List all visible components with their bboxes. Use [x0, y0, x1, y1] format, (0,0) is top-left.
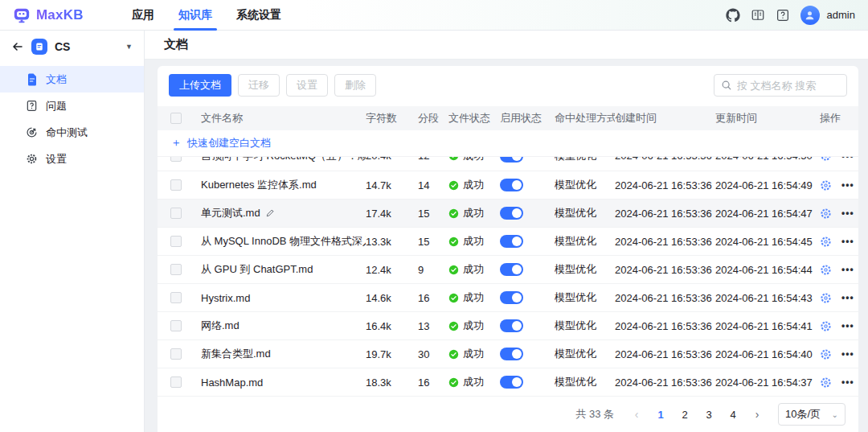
- page-size-select[interactable]: 10条/页 ⌄: [778, 403, 845, 426]
- enable-toggle[interactable]: [500, 179, 523, 191]
- enable-toggle[interactable]: [500, 348, 523, 360]
- file-name[interactable]: 单元测试.md: [201, 206, 260, 220]
- search-box[interactable]: [714, 74, 847, 97]
- table-row[interactable]: Kubernetes 监控体系.md 14.7k 14 成功 模型优化 2024…: [158, 171, 858, 200]
- file-name[interactable]: Kubernetes 监控体系.md: [201, 178, 317, 192]
- docs-book-icon[interactable]: [751, 8, 765, 23]
- row-checkbox[interactable]: [170, 320, 182, 331]
- enable-toggle[interactable]: [500, 235, 523, 248]
- row-checkbox[interactable]: [170, 179, 182, 191]
- row-checkbox[interactable]: [170, 264, 182, 275]
- quick-create-document[interactable]: ＋ 快速创建空白文档: [158, 130, 858, 157]
- success-check-icon: [448, 208, 459, 219]
- search-input[interactable]: [737, 80, 840, 92]
- enable-toggle[interactable]: [500, 376, 523, 389]
- file-name[interactable]: Hystrix.md: [201, 292, 250, 304]
- sidebar-item-documents[interactable]: 文档: [0, 66, 144, 93]
- generate-settings-icon[interactable]: [820, 236, 832, 248]
- status-label: 成功: [463, 206, 484, 220]
- generate-settings-icon[interactable]: [820, 157, 832, 162]
- generate-settings-icon[interactable]: [820, 264, 832, 276]
- more-actions-icon[interactable]: •••: [841, 376, 854, 388]
- table-row[interactable]: 从 MySQL InnoDB 物理文件格式深入... 13.3k 15 成功 模…: [158, 228, 858, 256]
- more-actions-icon[interactable]: •••: [841, 292, 854, 303]
- more-actions-icon[interactable]: •••: [841, 264, 854, 275]
- row-checkbox[interactable]: [170, 157, 182, 162]
- github-icon[interactable]: [726, 8, 740, 23]
- search-icon: [721, 80, 732, 91]
- char-count: 19.7k: [366, 348, 418, 360]
- page-button-1[interactable]: 1: [651, 405, 670, 424]
- sidebar-item-label: 设置: [46, 152, 67, 167]
- table-row[interactable]: 新集合类型.md 19.7k 30 成功 模型优化 2024-06-21 16:…: [158, 340, 858, 368]
- enable-toggle[interactable]: [500, 207, 523, 220]
- char-count: 14.7k: [366, 179, 418, 191]
- generate-settings-icon[interactable]: [820, 292, 832, 304]
- file-name[interactable]: 从 GPU 到 ChatGPT.md: [201, 262, 313, 277]
- generate-settings-icon[interactable]: [820, 208, 832, 220]
- char-count: 20.4k: [366, 157, 418, 162]
- migrate-button[interactable]: 迁移: [238, 74, 280, 97]
- table-row[interactable]: 单元测试.md 17.4k 15 成功 模型优化 2024-06-21 16:5…: [158, 200, 858, 228]
- more-actions-icon[interactable]: •••: [841, 236, 854, 247]
- status-label: 成功: [463, 319, 484, 333]
- table-row[interactable]: 从 GPU 到 ChatGPT.md 12.4k 9 成功 模型优化 2024-…: [158, 256, 858, 284]
- edit-name-icon[interactable]: [265, 208, 275, 218]
- table-row[interactable]: 网络.md 16.4k 13 成功 模型优化 2024-06-21 16:53:…: [158, 312, 858, 340]
- next-page-icon[interactable]: ›: [747, 405, 767, 424]
- file-name[interactable]: 新集合类型.md: [201, 347, 271, 361]
- updated-time: 2024-06-21 16:54:49: [715, 179, 820, 191]
- row-checkbox[interactable]: [170, 376, 182, 388]
- enable-toggle[interactable]: [500, 291, 523, 304]
- select-all-checkbox[interactable]: [170, 113, 182, 124]
- enable-toggle[interactable]: [500, 319, 523, 332]
- generate-settings-icon[interactable]: [820, 320, 832, 332]
- sidebar-item-label: 文档: [46, 72, 67, 87]
- target-icon: [26, 126, 39, 139]
- more-actions-icon[interactable]: •••: [841, 179, 854, 191]
- kb-switcher[interactable]: CS ▼: [0, 31, 144, 63]
- user-avatar[interactable]: [800, 6, 820, 25]
- tab-system-settings[interactable]: 系统设置: [236, 0, 281, 31]
- row-checkbox[interactable]: [170, 348, 182, 360]
- row-checkbox[interactable]: [170, 208, 182, 219]
- enable-toggle[interactable]: [500, 157, 523, 163]
- tab-knowledge-base[interactable]: 知识库: [178, 0, 212, 31]
- file-name[interactable]: 从 MySQL InnoDB 物理文件格式深入...: [201, 234, 366, 249]
- file-name[interactable]: 自顶向下学习 RocketMQ（五）：顺序...: [201, 157, 366, 163]
- row-checkbox[interactable]: [170, 292, 182, 303]
- page-button-4[interactable]: 4: [723, 405, 743, 424]
- more-actions-icon[interactable]: •••: [841, 208, 854, 219]
- table-row[interactable]: Hystrix.md 14.6k 16 成功 模型优化 2024-06-21 1…: [158, 284, 858, 312]
- enable-toggle[interactable]: [500, 263, 523, 276]
- prev-page-icon[interactable]: ‹: [627, 405, 646, 424]
- back-arrow-icon[interactable]: [11, 40, 24, 53]
- username-label[interactable]: admin: [827, 9, 855, 21]
- upload-document-button[interactable]: 上传文档: [169, 74, 231, 97]
- more-actions-icon[interactable]: •••: [841, 348, 854, 360]
- sidebar-item-settings[interactable]: 设置: [0, 146, 144, 172]
- generate-settings-icon[interactable]: [820, 179, 832, 191]
- file-name[interactable]: 网络.md: [201, 319, 240, 333]
- page-button-3[interactable]: 3: [699, 405, 719, 424]
- file-name[interactable]: HashMap.md: [201, 376, 263, 389]
- settings-button[interactable]: 设置: [286, 74, 328, 97]
- tab-applications[interactable]: 应用: [132, 0, 154, 31]
- more-actions-icon[interactable]: •••: [841, 157, 854, 162]
- help-icon[interactable]: [776, 8, 790, 23]
- chevron-down-icon[interactable]: ▼: [125, 43, 133, 51]
- row-checkbox[interactable]: [170, 236, 182, 247]
- sidebar-item-hit-test[interactable]: 命中测试: [0, 119, 144, 146]
- status-label: 成功: [463, 290, 484, 305]
- more-actions-icon[interactable]: •••: [841, 320, 854, 331]
- segment-count: 9: [418, 264, 448, 276]
- page-button-2[interactable]: 2: [675, 405, 694, 424]
- segment-count: 14: [418, 179, 448, 191]
- generate-settings-icon[interactable]: [820, 348, 832, 360]
- delete-button[interactable]: 删除: [334, 74, 376, 97]
- kb-icon: [31, 39, 47, 55]
- sidebar-item-questions[interactable]: 问题: [0, 93, 144, 119]
- table-row[interactable]: HashMap.md 18.3k 16 成功 模型优化 2024-06-21 1…: [158, 368, 858, 397]
- table-row[interactable]: 自顶向下学习 RocketMQ（五）：顺序... 20.4k 12 成功 模型优…: [158, 157, 858, 171]
- generate-settings-icon[interactable]: [820, 376, 832, 389]
